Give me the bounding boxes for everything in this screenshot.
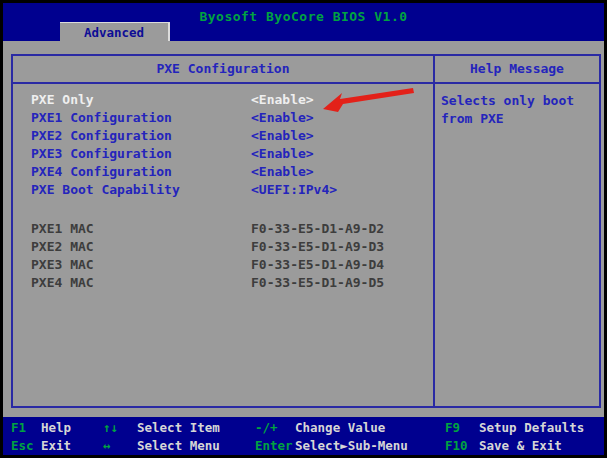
- menu-item-value[interactable]: <Enable>: [251, 146, 314, 161]
- menu-item-pxe4-configuration[interactable]: PXE4 Configuration <Enable>: [13, 164, 433, 182]
- hotkey-select-item: ↑↓Select Item: [103, 419, 220, 437]
- info-label: PXE1 MAC: [31, 221, 94, 236]
- list-spacer: [13, 200, 433, 221]
- up-down-arrows-icon: ↑↓: [103, 419, 137, 437]
- menu-item-value[interactable]: <Enable>: [251, 164, 314, 179]
- hotkey-label: Select Menu: [137, 438, 220, 453]
- menu-item-value[interactable]: <Enable>: [251, 92, 314, 107]
- menu-item-label: PXE Boot Capability: [31, 182, 180, 197]
- hotkey-key: F10: [445, 437, 479, 455]
- tab-advanced[interactable]: Advanced: [60, 22, 170, 41]
- hotkey-key: Enter: [255, 437, 295, 455]
- menu-item-pxe3-configuration[interactable]: PXE3 Configuration <Enable>: [13, 146, 433, 164]
- option-list: PXE Only <Enable> PXE1 Configuration <En…: [13, 84, 433, 406]
- menu-item-label: PXE4 Configuration: [31, 164, 172, 179]
- hotkey-label: Select►Sub-Menu: [295, 438, 408, 453]
- hotkey-label: Select Item: [137, 420, 220, 435]
- setup-panel: PXE Configuration Help Message PXE Only …: [11, 54, 601, 408]
- info-value: F0-33-E5-D1-A9-D5: [251, 275, 384, 290]
- hotkey-key: F9: [445, 419, 479, 437]
- hotkey-f9-defaults: F9Setup Defaults: [445, 419, 584, 437]
- menu-item-value[interactable]: <Enable>: [251, 128, 314, 143]
- help-panel-title: Help Message: [433, 56, 599, 84]
- bios-setup-screen: { "window": { "title": "Byosoft ByoCore …: [0, 0, 607, 458]
- info-value: F0-33-E5-D1-A9-D4: [251, 257, 384, 272]
- hotkey-label: Save & Exit: [479, 438, 562, 453]
- menu-item-label: PXE2 Configuration: [31, 128, 172, 143]
- hotkey-col-2: ↑↓Select Item ↔Select Menu: [103, 419, 220, 455]
- info-label: PXE3 MAC: [31, 257, 94, 272]
- menu-item-label: PXE Only: [31, 92, 94, 107]
- help-message: Selects only boot from PXE: [433, 84, 599, 406]
- info-row-pxe4-mac: PXE4 MAC F0-33-E5-D1-A9-D5: [13, 275, 433, 293]
- hotkey-label: Help: [41, 420, 71, 435]
- info-label: PXE2 MAC: [31, 239, 94, 254]
- info-row-pxe1-mac: PXE1 MAC F0-33-E5-D1-A9-D2: [13, 221, 433, 239]
- help-line: from PXE: [441, 110, 595, 128]
- menu-item-value[interactable]: <UEFI:IPv4>: [251, 182, 337, 197]
- hotkey-col-3: -/+Change Value EnterSelect►Sub-Menu: [255, 419, 408, 455]
- page-title: PXE Configuration: [13, 56, 433, 84]
- info-label: PXE4 MAC: [31, 275, 94, 290]
- hotkey-label: Setup Defaults: [479, 420, 584, 435]
- menu-item-label: PXE1 Configuration: [31, 110, 172, 125]
- bios-screen-body: Byosoft ByoCore BIOS V1.0 Advanced PXE C…: [3, 3, 604, 455]
- hotkey-col-1: F1Help EscExit: [11, 419, 71, 455]
- hotkey-label: Exit: [41, 438, 71, 453]
- info-row-pxe2-mac: PXE2 MAC F0-33-E5-D1-A9-D3: [13, 239, 433, 257]
- info-value: F0-33-E5-D1-A9-D2: [251, 221, 384, 236]
- hotkey-key: F1: [11, 419, 41, 437]
- menu-item-value[interactable]: <Enable>: [251, 110, 314, 125]
- menu-item-label: PXE3 Configuration: [31, 146, 172, 161]
- hotkey-enter-submenu: EnterSelect►Sub-Menu: [255, 437, 408, 455]
- info-value: F0-33-E5-D1-A9-D3: [251, 239, 384, 254]
- info-row-pxe3-mac: PXE3 MAC F0-33-E5-D1-A9-D4: [13, 257, 433, 275]
- bios-title: Byosoft ByoCore BIOS V1.0: [3, 3, 604, 24]
- menu-item-pxe-boot-capability[interactable]: PXE Boot Capability <UEFI:IPv4>: [13, 182, 433, 200]
- hotkey-key: Esc: [11, 437, 41, 455]
- hotkey-f1-help: F1Help: [11, 419, 71, 437]
- menu-item-pxe2-configuration[interactable]: PXE2 Configuration <Enable>: [13, 128, 433, 146]
- red-arrow-pointer-icon: [323, 87, 415, 113]
- hotkey-col-4: F9Setup Defaults F10Save & Exit: [445, 419, 584, 455]
- hotkey-change-value: -/+Change Value: [255, 419, 408, 437]
- left-right-arrows-icon: ↔: [103, 437, 137, 455]
- hotkey-key: -/+: [255, 419, 295, 437]
- hotkey-esc-exit: EscExit: [11, 437, 71, 455]
- hotkey-select-menu: ↔Select Menu: [103, 437, 220, 455]
- hotkey-bar: F1Help EscExit ↑↓Select Item ↔Select Men…: [3, 417, 604, 455]
- hotkey-label: Change Value: [295, 420, 385, 435]
- help-line: Selects only boot: [441, 92, 595, 110]
- hotkey-f10-save-exit: F10Save & Exit: [445, 437, 584, 455]
